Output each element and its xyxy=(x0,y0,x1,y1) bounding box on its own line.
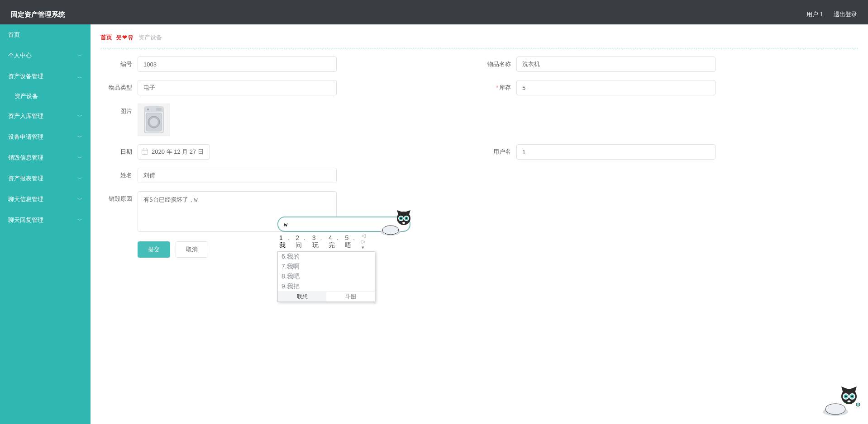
ime-cursor xyxy=(288,221,288,228)
svg-point-19 xyxy=(405,217,407,219)
svg-point-28 xyxy=(845,396,847,397)
sidebar-item-label: 聊天回复管理 xyxy=(8,216,43,224)
chevron-down-icon: ﹀ xyxy=(77,113,82,120)
svg-point-31 xyxy=(856,403,860,406)
divider xyxy=(100,48,858,48)
label-date: 日期 xyxy=(100,144,138,160)
svg-point-6 xyxy=(150,118,158,126)
sidebar-item-label: 个人中心 xyxy=(8,52,32,60)
sidebar-subitem-asset-equip[interactable]: 资产设备 xyxy=(0,87,91,106)
ime-option[interactable]: 7.我啊 xyxy=(278,262,375,272)
ime-tab-assoc[interactable]: 联想 xyxy=(278,292,326,302)
ime-mascot-icon xyxy=(377,209,412,238)
cancel-button[interactable]: 取消 xyxy=(176,241,208,258)
ime-candidate-row[interactable]: 1.我 2.问 3.玩 4.完 5.唔 ◁ ▷ ▾ xyxy=(277,233,375,250)
ime-option[interactable]: 8.我吧 xyxy=(278,272,375,282)
chevron-down-icon: ﹀ xyxy=(77,217,82,224)
sidebar-item-chat-reply[interactable]: 聊天回复管理 ﹀ xyxy=(0,210,91,231)
sidebar-item-label: 聊天信息管理 xyxy=(8,195,43,203)
chevron-down-icon: ﹀ xyxy=(77,134,82,141)
sidebar-item-label: 销毁信息管理 xyxy=(8,154,43,162)
svg-point-2 xyxy=(147,108,149,110)
topbar: 固定资产管理系统 用户 1 退出登录 xyxy=(0,5,868,24)
chevron-down-icon: ﹀ xyxy=(77,175,82,182)
sidebar-item-chat-info[interactable]: 聊天信息管理 ﹀ xyxy=(0,189,91,210)
sidebar-item-asset-report[interactable]: 资产报表管理 ﹀ xyxy=(0,168,91,189)
ime-dropdown: 6.我的 7.我啊 8.我吧 9.我把 联想 斗图 xyxy=(277,251,375,302)
label-realname: 姓名 xyxy=(100,168,138,183)
sidebar-item-label: 资产入库管理 xyxy=(8,112,43,120)
breadcrumb-home[interactable]: 首页 xyxy=(100,34,112,41)
main-content: 首页 옷❤유 资产设备 编号 物品名称 物品类型 xyxy=(91,24,868,424)
label-username: 用户名 xyxy=(479,144,516,160)
svg-point-12 xyxy=(382,226,399,235)
sidebar-item-profile[interactable]: 个人中心 ﹀ xyxy=(0,45,91,66)
label-type: 物品类型 xyxy=(100,80,138,95)
topbar-right: 用户 1 退出登录 xyxy=(797,10,857,19)
corner-mascot-icon[interactable] xyxy=(819,386,860,418)
breadcrumb: 首页 옷❤유 资产设备 xyxy=(100,33,858,42)
sidebar-item-label: 首页 xyxy=(8,31,20,39)
ime-option[interactable]: 9.我把 xyxy=(278,282,375,292)
breadcrumb-decor: 옷❤유 xyxy=(116,34,135,41)
sidebar-item-asset-equip[interactable]: 资产设备管理 ︿ xyxy=(0,66,91,87)
ime-input-bar[interactable]: w xyxy=(277,217,410,232)
label-stock: *库存 xyxy=(479,80,516,95)
svg-point-29 xyxy=(851,396,853,397)
sidebar-item-home[interactable]: 首页 xyxy=(0,24,91,45)
sidebar-item-label: 资产设备 xyxy=(14,93,38,99)
user-link[interactable]: 用户 1 xyxy=(806,11,823,18)
submit-button[interactable]: 提交 xyxy=(138,241,170,258)
svg-point-20 xyxy=(402,222,405,224)
app-brand: 固定资产管理系统 xyxy=(11,10,65,19)
label-image: 图片 xyxy=(100,104,138,119)
input-date[interactable]: 2020 年 12 月 27 日 xyxy=(138,144,210,160)
label-id: 编号 xyxy=(100,57,138,72)
input-type[interactable] xyxy=(138,80,337,95)
chevron-down-icon: ﹀ xyxy=(77,155,82,161)
washing-machine-icon xyxy=(138,104,170,136)
sidebar-item-label: 资产报表管理 xyxy=(8,174,43,183)
logout-link[interactable]: 退出登录 xyxy=(834,11,857,18)
chevron-down-icon: ﹀ xyxy=(77,196,82,203)
input-stock[interactable] xyxy=(516,80,715,95)
ime-overlay: w xyxy=(277,217,410,302)
sidebar-item-asset-in[interactable]: 资产入库管理 ﹀ xyxy=(0,106,91,127)
input-id[interactable] xyxy=(138,57,337,72)
svg-rect-3 xyxy=(156,108,162,111)
sidebar-item-destroy-info[interactable]: 销毁信息管理 ﹀ xyxy=(0,147,91,168)
image-thumbnail[interactable] xyxy=(138,104,170,136)
ime-option[interactable]: 6.我的 xyxy=(278,252,375,262)
sidebar-item-equip-apply[interactable]: 设备申请管理 ﹀ xyxy=(0,127,91,147)
svg-point-22 xyxy=(825,404,845,415)
ime-tab-doutu[interactable]: 斗图 xyxy=(326,292,375,302)
label-reason: 销毁原因 xyxy=(100,191,138,207)
input-realname[interactable] xyxy=(138,168,337,183)
chevron-up-icon: ︿ xyxy=(77,73,82,80)
input-username[interactable] xyxy=(516,144,715,160)
ime-nav-icons[interactable]: ◁ ▷ ▾ xyxy=(362,233,369,250)
sidebar: 首页 个人中心 ﹀ 资产设备管理 ︿ 资产设备 资产入库管理 ﹀ 设备申请管理 … xyxy=(0,24,91,424)
label-name: 物品名称 xyxy=(479,57,516,72)
topbar-accent xyxy=(0,0,868,5)
chevron-down-icon: ﹀ xyxy=(77,52,82,59)
sidebar-item-label: 设备申请管理 xyxy=(8,133,43,141)
sidebar-item-label: 资产设备管理 xyxy=(8,72,43,80)
breadcrumb-current: 资产设备 xyxy=(138,34,162,41)
svg-point-30 xyxy=(848,400,851,402)
asset-form: 编号 物品名称 物品类型 *库存 xyxy=(100,57,858,258)
ime-typed-text: w xyxy=(284,221,287,228)
svg-point-18 xyxy=(400,217,402,219)
input-name[interactable] xyxy=(516,57,715,72)
